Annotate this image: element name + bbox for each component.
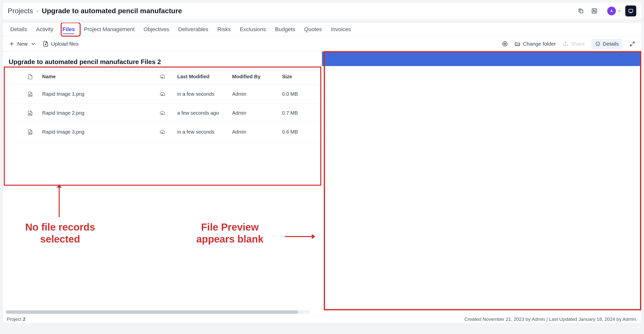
tab-files[interactable]: Files (61, 23, 76, 36)
breadcrumb-root[interactable]: Projects (8, 7, 33, 15)
breadcrumb-leaf: Upgrade to automated pencil manufacture (42, 7, 182, 15)
file-list-pane: Upgrade to automated pencil manufacture … (3, 52, 322, 323)
tab-risks[interactable]: Risks (216, 23, 232, 36)
tabs: DetailsActivityFilesProject ManagementOb… (3, 23, 641, 36)
footer-left: Project 2 (7, 317, 26, 322)
chevron-down-icon (617, 9, 621, 13)
download-icon (160, 74, 165, 80)
file-preview-pane (322, 52, 641, 323)
col-modified-by[interactable]: Modified By (232, 74, 282, 80)
header-bar: Projects › Upgrade to automated pencil m… (2, 2, 642, 20)
download-icon[interactable] (160, 110, 165, 116)
footer-right: Created November 21, 2023 by Admin | Las… (464, 317, 637, 322)
cell-name: Rapid Image 1.png (38, 91, 147, 97)
col-name[interactable]: Name (38, 74, 147, 80)
cell-name: Rapid Image 3.png (38, 129, 147, 135)
content-area: Upgrade to automated pencil manufacture … (3, 52, 641, 323)
upload-label: Upload files (51, 41, 79, 47)
download-icon[interactable] (160, 91, 165, 97)
image-file-icon (28, 110, 33, 116)
table-row[interactable]: Rapid Image 1.pngin a few secondsAdmin0.… (3, 85, 322, 104)
cell-size: 0.7 MB (282, 110, 322, 116)
download-icon[interactable] (160, 129, 165, 135)
details-label: Details (603, 41, 619, 47)
image-file-icon (28, 91, 33, 97)
cell-modified-by: Admin (232, 91, 282, 97)
new-button[interactable]: New (9, 41, 36, 47)
breadcrumb: Projects › Upgrade to automated pencil m… (8, 7, 182, 15)
image-file-icon (28, 129, 33, 135)
share-button: Share (562, 41, 585, 47)
tab-invoices[interactable]: Invoices (329, 23, 352, 36)
upload-files-button[interactable]: Upload files (43, 41, 79, 47)
table-row[interactable]: Rapid Image 3.pngin a few secondsAdmin0.… (3, 123, 322, 142)
toolbar: New Upload files Change folder (3, 36, 641, 52)
cell-last-modified: in a few seconds (177, 91, 232, 97)
tab-exclusions[interactable]: Exclusions (238, 23, 268, 36)
cell-modified-by: Admin (232, 110, 282, 116)
svg-point-3 (504, 43, 506, 45)
copy-icon[interactable] (576, 6, 586, 16)
breadcrumb-separator: › (36, 8, 38, 14)
divider (603, 7, 603, 15)
horizontal-scrollbar[interactable] (6, 310, 310, 314)
details-toggle[interactable]: Details (591, 39, 623, 49)
chevron-down-icon (30, 41, 36, 47)
share-label: Share (571, 41, 585, 47)
file-icon (28, 74, 33, 80)
table-header: Name Last Modified Modified By Size (3, 69, 322, 85)
cell-last-modified: in a few seconds (177, 129, 232, 135)
preview-header (322, 52, 641, 66)
expand-icon[interactable] (629, 41, 635, 47)
tab-activity[interactable]: Activity (34, 23, 55, 36)
new-label: New (17, 41, 28, 47)
chat-button[interactable] (625, 5, 636, 16)
cell-last-modified: a few seconds ago (177, 110, 232, 116)
tab-deliverables[interactable]: Deliverables (177, 23, 210, 36)
tab-project-management[interactable]: Project Management (82, 23, 136, 36)
panel-title: Upgrade to automated pencil manufacture … (3, 54, 322, 69)
footer: Project 2 Created November 21, 2023 by A… (3, 315, 641, 323)
cell-size: 0.6 MB (282, 129, 322, 135)
avatar: A (607, 7, 616, 15)
tab-details[interactable]: Details (9, 23, 28, 36)
notion-icon[interactable] (590, 6, 599, 16)
files-table: Name Last Modified Modified By Size Rapi… (3, 69, 322, 142)
cell-modified-by: Admin (232, 129, 282, 135)
tab-budgets[interactable]: Budgets (274, 23, 297, 36)
view-mode-icon[interactable] (502, 41, 508, 47)
change-folder-label: Change folder (523, 41, 556, 47)
svg-rect-2 (629, 9, 633, 12)
col-size[interactable]: Size (282, 74, 322, 80)
cell-name: Rapid Image 2.png (38, 110, 147, 116)
tab-quotes[interactable]: Quotes (303, 23, 324, 36)
col-last-modified[interactable]: Last Modified (177, 74, 232, 80)
cell-size: 0.0 MB (282, 91, 322, 97)
user-menu[interactable]: A (607, 7, 621, 15)
table-row[interactable]: Rapid Image 2.pnga few seconds agoAdmin0… (3, 104, 322, 123)
main-card: DetailsActivityFilesProject ManagementOb… (2, 22, 642, 324)
change-folder-button[interactable]: Change folder (514, 41, 556, 47)
svg-rect-0 (580, 10, 583, 13)
tab-objectives[interactable]: Objectives (142, 23, 171, 36)
